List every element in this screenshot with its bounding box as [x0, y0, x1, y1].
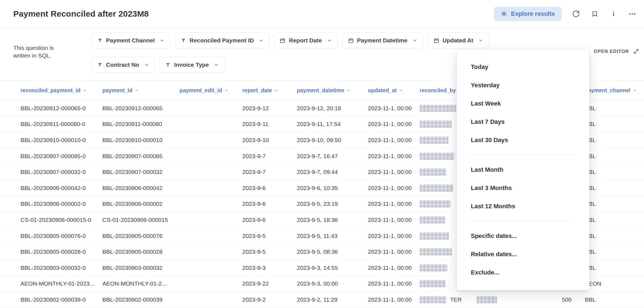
cell-reconciled_payment_id[interactable]: BBL-20230906-000042-0 [20, 180, 86, 196]
menu-item-relative-dates[interactable]: Relative dates... [457, 245, 589, 263]
cell-reconciled_payment_id[interactable]: BBL-20230905-000028-0 [20, 244, 86, 260]
cell-updated_at[interactable]: 2023-11-1, 00:00 [368, 260, 412, 276]
cell-reconciled_by[interactable] [420, 180, 453, 196]
cell-payment_datetime[interactable]: 2023-9-7, 09:44 [297, 164, 338, 180]
column-header-payment_channel[interactable]: payment_channel [585, 81, 637, 100]
cell-reconciled_payment_id[interactable]: BBL-20230910-000010-0 [20, 132, 86, 148]
cell-updated_at[interactable]: 2023-11-1, 00:00 [368, 292, 412, 308]
cell-report_date[interactable]: 2023-9-6 [242, 196, 266, 212]
more-menu-button[interactable] [628, 9, 637, 18]
cell-updated_at[interactable]: 2023-11-1, 00:00 [368, 228, 412, 244]
cell-payment_id[interactable]: CS-01-20230906-000015 [102, 212, 168, 228]
cell-reconciled_payment_id[interactable]: BBL-20230906-000002-0 [20, 196, 86, 212]
cell-report_date[interactable]: 2023-9-3 [242, 260, 266, 276]
cell-report_date[interactable]: 2023-9-5 [242, 228, 266, 244]
cell-reconciled_by[interactable] [420, 196, 451, 212]
cell-payment_id[interactable]: BBL-20230906-000002 [102, 196, 162, 212]
cell-reconciled_by[interactable]: TER [420, 292, 462, 308]
cell-updated_at[interactable]: 2023-11-1, 00:00 [368, 196, 412, 212]
cell-report_date[interactable]: 2023-9-10 [242, 132, 269, 148]
menu-item-specific-dates[interactable]: Specific dates... [457, 227, 589, 245]
cell-payment_datetime[interactable]: 2023-9-5, 23:19 [297, 196, 338, 212]
cell-payment_datetime[interactable]: 2023-9-11, 17:54 [297, 116, 341, 132]
cell-report_date[interactable]: 2023-9-6 [242, 180, 266, 196]
cell-updated_at[interactable]: 2023-11-1, 00:00 [368, 148, 412, 164]
cell-reconciled_payment_id[interactable]: BBL-20230903-000032-0 [20, 260, 86, 276]
cell-reconciled_by[interactable] [420, 212, 445, 228]
cell-reconciled_by[interactable] [420, 116, 452, 132]
cell-updated_at[interactable]: 2023-11-1, 00:00 [368, 116, 412, 132]
bookmark-button[interactable] [590, 9, 599, 18]
cell-payment_datetime[interactable]: 2023-9-6, 10:35 [297, 180, 338, 196]
menu-item-exclude[interactable]: Exclude... [457, 263, 589, 282]
cell-payment_id[interactable]: BBL-20230907-000032 [102, 164, 162, 180]
cell-reconciled_payment_id[interactable]: BBL-20230911-000080-0 [20, 116, 85, 132]
explore-results-button[interactable]: Explore results [494, 7, 562, 21]
cell-hidden-column[interactable]: 500 [542, 292, 572, 308]
cell-payment_id[interactable]: BBL-20230903-000032 [102, 260, 162, 276]
filter-chip-reconciled-payment-id[interactable]: Reconciled Payment ID [175, 32, 269, 48]
cell-payment_id[interactable]: BBL-20230911-000080 [102, 116, 162, 132]
menu-item-last-3-months[interactable]: Last 3 Months [457, 179, 589, 197]
filter-chip-report-date[interactable]: Report Date [274, 32, 337, 48]
cell-payment_id[interactable]: BBL-20230907-000085 [102, 148, 162, 164]
menu-item-last-week[interactable]: Last Week [457, 94, 589, 113]
cell-payment_datetime[interactable]: 2023-9-3, 14:55 [297, 260, 338, 276]
cell-report_date[interactable]: 2023-9-12 [242, 100, 269, 116]
menu-item-last-month[interactable]: Last Month [457, 161, 589, 179]
menu-item-yesterday[interactable]: Yesterday [457, 76, 589, 94]
cell-payment_datetime[interactable]: 2023-9-5, 08:36 [297, 244, 338, 260]
column-header-report_date[interactable]: report_date [242, 81, 278, 100]
cell-reconciled_by[interactable] [420, 228, 449, 244]
cell-payment_id[interactable]: BBL-20230905-000028 [102, 244, 162, 260]
cell-payment_id[interactable]: BBL-20230905-000076 [102, 228, 162, 244]
filter-chip-contract-no[interactable]: Contract No [91, 57, 155, 73]
column-header-reconciled_by[interactable]: reconciled_by [420, 81, 462, 100]
column-header-payment_edit_id[interactable]: payment_edit_id [180, 81, 228, 100]
cell-payment_channel[interactable]: BBL [585, 292, 596, 308]
cell-reconciled_payment_id[interactable]: BBL-20230905-000076-0 [20, 228, 86, 244]
menu-item-last-12-months[interactable]: Last 12 Months [457, 197, 589, 215]
cell-updated_at[interactable]: 2023-11-1, 00:00 [368, 212, 412, 228]
cell-payment_datetime[interactable]: 2023-9-7, 16:47 [297, 148, 338, 164]
cell-report_date[interactable]: 2023-9-6 [242, 212, 266, 228]
cell-payment_id[interactable]: BBL-20230906-000042 [102, 180, 162, 196]
cell-payment_id[interactable]: BBL-20230912-000065 [102, 100, 162, 116]
cell-payment_datetime[interactable]: 2023-9-3, 00:00 [297, 276, 338, 292]
info-button[interactable] [609, 9, 618, 18]
cell-reconciled_by[interactable] [420, 164, 446, 180]
cell-reconciled_by[interactable] [420, 276, 446, 292]
menu-item-today[interactable]: Today [457, 58, 589, 76]
cell-reconciled_payment_id[interactable]: BBL-20230907-000032-0 [20, 164, 86, 180]
filter-chip-invoice-type[interactable]: Invoice Type [159, 57, 225, 73]
cell-report_date[interactable]: 2023-9-7 [242, 164, 266, 180]
refresh-button[interactable] [572, 9, 580, 18]
cell-updated_at[interactable]: 2023-11-1, 00:00 [368, 180, 412, 196]
cell-payment_id[interactable]: BBL-20230910-000010 [102, 132, 162, 148]
cell-reconciled_payment_id[interactable]: CS-01-20230906-000015-0 [20, 212, 91, 228]
cell-payment_datetime[interactable]: 2023-9-10, 09:50 [297, 132, 341, 148]
cell-updated_at[interactable]: 2023-11-1, 00:00 [368, 164, 412, 180]
cell-payment_id[interactable]: BBL-20230902-000039 [102, 292, 162, 308]
cell-payment_datetime[interactable]: 2023-9-2, 11:29 [297, 292, 337, 308]
column-header-reconciled_payment_id[interactable]: reconciled_payment_id [20, 81, 87, 100]
cell-updated_at[interactable]: 2023-11-1, 00:00 [368, 244, 412, 260]
column-header-updated_at[interactable]: updated_at [368, 81, 403, 100]
cell-reconciled_by[interactable] [420, 260, 447, 276]
cell-hidden-column[interactable] [477, 292, 497, 308]
cell-reconciled_by[interactable] [420, 100, 456, 116]
cell-report_date[interactable]: 2023-9-7 [242, 148, 266, 164]
menu-item-last-7-days[interactable]: Last 7 Days [457, 113, 589, 131]
cell-reconciled_by[interactable] [420, 148, 455, 164]
filter-chip-payment-datetime[interactable]: Payment Datetime [342, 32, 423, 48]
cell-reconciled_by[interactable] [420, 132, 448, 148]
cell-reconciled_payment_id[interactable]: BBL-20230907-000085-0 [20, 148, 86, 164]
cell-payment_datetime[interactable]: 2023-9-12, 20:18 [297, 100, 341, 116]
cell-report_date[interactable]: 2023-9-2 [242, 292, 266, 308]
cell-reconciled_payment_id[interactable]: AEON-MONTHLY-01-2023... [20, 276, 94, 292]
cell-report_date[interactable]: 2023-9-11 [242, 116, 268, 132]
column-header-payment_id[interactable]: payment_id [102, 81, 139, 100]
cell-payment_id[interactable]: AEON-MONTHLY-01-2... [102, 276, 167, 292]
cell-report_date[interactable]: 2023-9-22 [242, 276, 269, 292]
cell-reconciled_by[interactable] [420, 244, 452, 260]
